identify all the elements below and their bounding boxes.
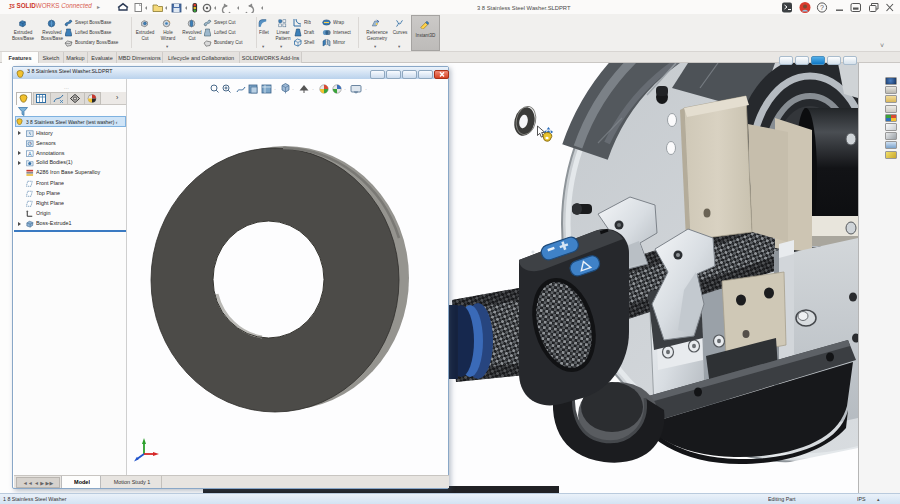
svg-text:A: A [28, 150, 32, 156]
svg-text:?: ? [820, 4, 824, 11]
